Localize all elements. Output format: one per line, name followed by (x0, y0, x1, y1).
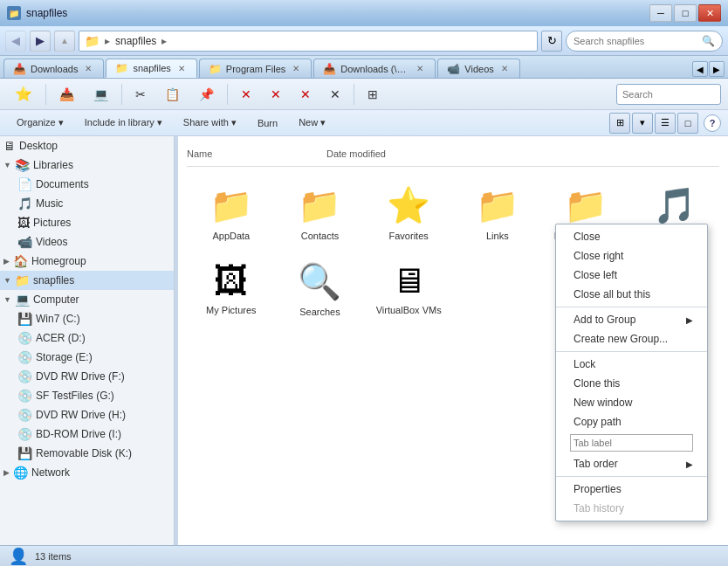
ribbon-include-library[interactable]: Include in library ▾ (75, 113, 172, 134)
sidebar-item-pictures[interactable]: 🖼 Pictures (0, 213, 174, 232)
search-input[interactable] (573, 36, 698, 46)
music-icon: 🎵 (653, 185, 697, 226)
tab-close-snapfiles[interactable]: ✕ (175, 63, 188, 74)
search-box[interactable]: 🔍 (566, 31, 723, 52)
search-toolbar-box[interactable] (616, 84, 721, 105)
file-item-contacts[interactable]: 📁 Contacts (280, 180, 361, 247)
ctx-sep-2 (556, 351, 707, 352)
expand-arrow: ▼ (3, 295, 11, 304)
refresh-button[interactable]: ↻ (541, 31, 562, 52)
toolbar-back[interactable]: 📥 (52, 82, 82, 107)
ctx-create-new-group[interactable]: Create new Group... (556, 329, 707, 349)
ribbon-burn[interactable]: Burn (248, 113, 287, 134)
toolbar-computer[interactable]: 💻 (86, 82, 116, 107)
toolbar-delete3[interactable]: ✕ (292, 82, 319, 107)
expand-arrow: ▶ (3, 257, 10, 266)
tab-nav-right[interactable]: ▶ (709, 61, 725, 77)
ctx-close-left[interactable]: Close left (556, 266, 707, 285)
ctx-close[interactable]: Close (556, 227, 707, 246)
toolbar-delete4[interactable]: ✕ (322, 82, 348, 107)
drive-icon: 💿 (17, 389, 32, 403)
file-item-favorites[interactable]: ⭐ Favorites (368, 180, 449, 247)
ribbon-new[interactable]: New ▾ (289, 113, 335, 134)
toolbar-view[interactable]: ⊞ (360, 82, 386, 107)
drive-icon: 💿 (17, 350, 32, 364)
title-controls: ─ □ ✕ (649, 4, 721, 22)
toolbar-search-input[interactable] (622, 89, 715, 100)
view-arrow-btn[interactable]: ▾ (632, 113, 653, 134)
sidebar-item-libraries[interactable]: ▼ 📚 Libraries (0, 155, 174, 175)
sidebar-item-dvdH[interactable]: 💿 DVD RW Drive (H:) (0, 405, 174, 424)
tab-close-downloads2[interactable]: ✕ (414, 63, 426, 74)
sidebar-item-acerd[interactable]: 💿 ACER (D:) (0, 328, 174, 348)
ctx-add-to-group[interactable]: Add to Group ▶ (556, 310, 707, 329)
toolbar-star[interactable]: ⭐ (7, 82, 40, 107)
status-count: 13 items (35, 551, 72, 562)
file-item-virtualboxvms[interactable]: 🖥 VirtualBox VMs (368, 256, 449, 323)
tab-close-videos[interactable]: ✕ (498, 63, 511, 74)
file-item-mypictures[interactable]: 🖼 My Pictures (191, 256, 271, 323)
file-item-links[interactable]: 📁 Links (457, 180, 538, 247)
help-button[interactable]: ? (704, 114, 721, 132)
col-date[interactable]: Date modified (326, 148, 719, 159)
sidebar-item-computer[interactable]: ▼ 💻 Computer (0, 290, 174, 309)
sidebar-item-bdromI[interactable]: 💿 BD-ROM Drive (I:) (0, 424, 174, 444)
tab-close-downloads1[interactable]: ✕ (82, 63, 94, 74)
ctx-properties[interactable]: Properties (556, 480, 707, 499)
videos-icon: 📹 (17, 235, 32, 249)
forward-button[interactable]: ▶ (30, 31, 51, 52)
tab-nav-left[interactable]: ◀ (692, 61, 708, 77)
tab-downloads1[interactable]: 📥 Downloads ✕ (3, 59, 104, 78)
minimize-button[interactable]: ─ (649, 4, 672, 22)
ctx-tab-label-input[interactable] (570, 434, 693, 452)
sidebar-item-dvdF[interactable]: 💿 DVD RW Drive (F:) (0, 367, 174, 386)
toolbar-paste[interactable]: 📌 (191, 82, 222, 107)
ctx-close-right[interactable]: Close right (556, 246, 707, 266)
ribbon-share-with[interactable]: Share with ▾ (174, 113, 246, 134)
sidebar-item-videos[interactable]: 📹 Videos (0, 232, 174, 252)
drive-icon: 💿 (17, 331, 32, 345)
file-item-appdata[interactable]: 📁 AppData (191, 180, 271, 247)
ctx-lock[interactable]: Lock (556, 355, 707, 374)
ctx-clone-this[interactable]: Clone this (556, 374, 707, 393)
sidebar-item-snapfiles[interactable]: ▼ 📁 snapfiles (0, 271, 174, 290)
search-icon[interactable]: 🔍 (702, 35, 715, 47)
sidebar-item-sftestG[interactable]: 💿 SF TestFiles (G:) (0, 386, 174, 405)
view-preview-btn[interactable]: □ (677, 113, 698, 134)
file-item-searches[interactable]: 🔍 Searches (280, 256, 361, 323)
sidebar-item-win7c[interactable]: 💾 Win7 (C:) (0, 309, 174, 328)
toolbar-copy[interactable]: 📋 (157, 82, 188, 107)
context-menu: Close Close right Close left Close all b… (555, 224, 708, 521)
tab-downloads2[interactable]: 📥 Downloads (\BLACKBO... ✕ (313, 59, 436, 78)
maximize-button[interactable]: □ (674, 4, 697, 22)
toolbar-delete[interactable]: ✕ (233, 82, 259, 107)
ctx-new-window[interactable]: New window (556, 393, 707, 412)
tab-snapfiles[interactable]: 📁 snapfiles ✕ (106, 59, 196, 78)
close-button[interactable]: ✕ (698, 4, 721, 22)
tab-programfiles[interactable]: 📁 Program Files ✕ (199, 59, 312, 78)
sidebar-item-desktop[interactable]: 🖥 Desktop (0, 136, 174, 155)
ribbon-organize[interactable]: Organize ▾ (7, 113, 73, 134)
ctx-copy-path[interactable]: Copy path (556, 412, 707, 431)
tab-videos[interactable]: 📹 Videos ✕ (437, 59, 519, 78)
view-details-btn[interactable]: ☰ (655, 113, 676, 134)
back-button[interactable]: ◀ (5, 31, 26, 52)
tab-close-programfiles[interactable]: ✕ (290, 63, 302, 74)
sidebar-item-music[interactable]: 🎵 Music (0, 194, 174, 213)
ctx-tab-order[interactable]: Tab order ▶ (556, 454, 707, 473)
sidebar-item-storagee[interactable]: 💿 Storage (E:) (0, 348, 174, 367)
homegroup-icon: 🏠 (13, 254, 28, 268)
sidebar-item-network[interactable]: ▶ 🌐 Network (0, 463, 174, 482)
address-bar[interactable]: 📁 ▸ snapfiles ▸ (79, 31, 538, 52)
file-label: Favorites (389, 230, 429, 242)
ctx-close-all-but-this[interactable]: Close all but this (556, 285, 707, 304)
submenu-arrow: ▶ (686, 315, 693, 325)
toolbar-delete2[interactable]: ✕ (263, 82, 289, 107)
sidebar-item-homegroup[interactable]: ▶ 🏠 Homegroup (0, 252, 174, 271)
sidebar-item-documents[interactable]: 📄 Documents (0, 175, 174, 194)
col-name[interactable]: Name (187, 148, 326, 159)
sidebar-item-removableK[interactable]: 💾 Removable Disk (K:) (0, 444, 174, 463)
view-list-btn[interactable]: ⊞ (609, 113, 630, 134)
computer-icon: 💻 (15, 293, 30, 307)
toolbar-cut[interactable]: ✂ (127, 82, 154, 107)
